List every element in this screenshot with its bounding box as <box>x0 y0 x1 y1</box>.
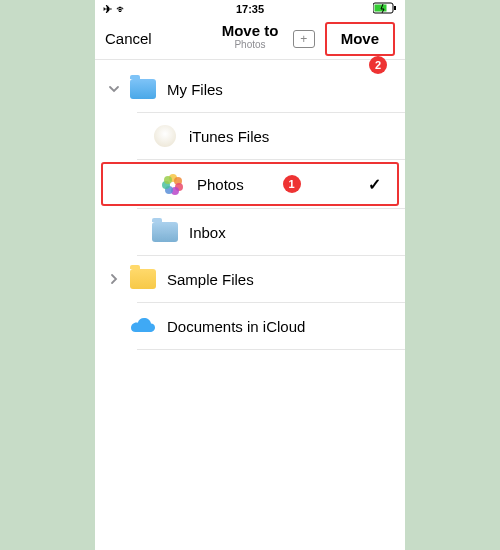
row-label: My Files <box>167 81 393 98</box>
row-inbox[interactable]: Inbox <box>95 209 405 255</box>
folder-icon <box>130 269 156 289</box>
move-button[interactable]: Move <box>335 27 385 50</box>
row-sample-files[interactable]: Sample Files <box>95 256 405 302</box>
folder-icon <box>152 222 178 242</box>
row-label: Inbox <box>189 224 393 241</box>
nav-subtitle: Photos <box>222 39 279 50</box>
row-label: Documents in iCloud <box>167 318 393 335</box>
cancel-button[interactable]: Cancel <box>105 30 152 47</box>
nav-title: Move to <box>222 22 279 39</box>
row-photos[interactable]: Photos 1 ✓ <box>101 162 399 206</box>
row-label: iTunes Files <box>189 128 393 145</box>
checkmark-icon: ✓ <box>368 175 381 194</box>
status-bar: ✈ ᯤ 17:35 <box>95 0 405 18</box>
svg-rect-1 <box>375 5 387 12</box>
photos-icon <box>162 173 184 195</box>
wifi-icon: ᯤ <box>116 3 127 15</box>
row-label: Sample Files <box>167 271 393 288</box>
row-my-files[interactable]: My Files <box>95 66 405 112</box>
folder-icon <box>130 79 156 99</box>
new-folder-icon[interactable]: + <box>293 30 315 48</box>
nav-title-wrap: Move to Photos <box>222 22 279 50</box>
annotation-badge-1: 1 <box>283 175 301 193</box>
folder-list: My Files iTunes Files <box>95 60 405 350</box>
nav-bar: Cancel Move to Photos + Move <box>95 18 405 60</box>
svg-point-9 <box>164 176 172 184</box>
svg-rect-2 <box>394 6 396 10</box>
chevron-right-icon[interactable] <box>103 273 125 285</box>
move-button-highlight: Move <box>325 22 395 56</box>
icloud-icon <box>130 317 156 335</box>
battery-icon <box>373 2 397 16</box>
chevron-down-icon[interactable] <box>103 83 125 95</box>
phone-screen: ✈ ᯤ 17:35 Cancel Move to Photos + Move 2 <box>95 0 405 550</box>
status-time: 17:35 <box>236 3 264 15</box>
row-itunes-files[interactable]: iTunes Files <box>95 113 405 159</box>
itunes-icon <box>154 125 176 147</box>
row-icloud[interactable]: Documents in iCloud <box>95 303 405 349</box>
airplane-icon: ✈ <box>103 3 112 16</box>
row-label: Photos <box>197 176 265 193</box>
